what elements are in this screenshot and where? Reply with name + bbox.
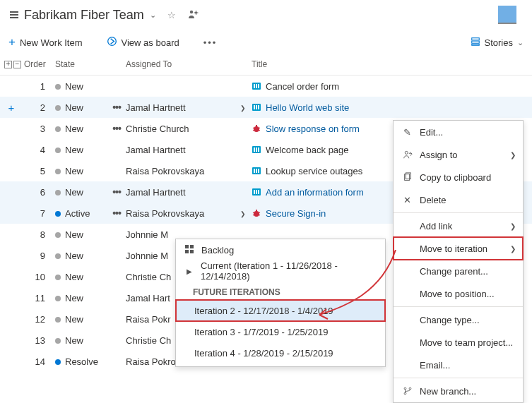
svg-rect-26 [254,148,255,152]
cell-order: 8 [24,229,52,240]
svg-rect-8 [471,37,479,40]
backlog-icon [8,9,20,20]
state-dot-icon [55,296,61,301]
arrow-right-icon: ▶ [184,267,194,275]
state-dot-icon [55,359,61,365]
plus-icon: + [8,35,16,49]
ctx-change-type[interactable]: Change type... [394,308,523,331]
cell-state: New [52,145,107,155]
ctx-add-link[interactable]: Add link ❯ [394,215,523,237]
bug-icon [252,208,261,218]
row-actions-button[interactable]: ••• [112,186,121,198]
col-assigned[interactable]: Assigned To [126,59,237,69]
cell-assigned: Jamal Hartnett [126,102,237,113]
state-dot-icon [55,169,61,174]
cell-order: 1 [24,81,52,92]
team-selector[interactable]: Fabrikam Fiber Team [24,8,144,23]
view-selector[interactable]: Stories ⌄ [471,37,524,49]
state-dot-icon [55,275,61,280]
ctx-move-position[interactable]: Move to position... [394,282,523,305]
avatar[interactable] [498,6,516,24]
submenu-backlog[interactable]: Backlog [176,239,385,260]
table-row[interactable]: +2New•••Jamal Hartnett❯Hello World web s… [0,97,532,118]
svg-rect-47 [185,245,189,248]
cell-state: New [52,229,107,240]
cell-assigned: Christie Church [126,124,237,134]
new-work-item-button[interactable]: + New Work Item [8,35,83,49]
pencil-icon: ✎ [402,127,413,138]
ctx-move-team[interactable]: Move to team project... [394,331,523,354]
chevron-right-icon: ❯ [510,151,516,159]
more-actions-button[interactable]: ••• [203,37,218,48]
state-dot-icon [55,253,61,259]
svg-rect-35 [256,190,257,194]
row-actions-button[interactable]: ••• [112,123,121,134]
cell-state: New [52,272,107,282]
svg-rect-18 [258,105,259,109]
cell-title[interactable]: Cancel order form [249,81,532,92]
col-state[interactable]: State [52,59,107,69]
submenu-iteration-3[interactable]: Iteration 3 - 1/7/2019 - 1/25/2019 [176,321,385,342]
cell-state: New [52,335,107,346]
ctx-email[interactable]: Email... [394,354,523,376]
svg-rect-0 [10,11,18,13]
collapse-all-button[interactable]: − [13,61,21,68]
favorite-star-icon[interactable]: ☆ [167,10,176,20]
cell-state: New [52,124,107,134]
state-dot-icon [55,84,61,90]
pbi-icon [252,145,261,155]
toolbar: + New Work Item View as board ••• Storie… [0,31,532,56]
ctx-assign[interactable]: Assign to ❯ [394,143,523,166]
cell-title[interactable]: Hello World web site [249,102,532,113]
svg-point-19 [254,126,259,132]
submenu-current[interactable]: ▶ Current (Iteration 1 - 11/26/2018 - 12… [176,260,385,282]
chevron-right-icon[interactable]: ❯ [240,210,246,217]
submenu-iteration-4[interactable]: Iteration 4 - 1/28/2019 - 2/15/2019 [176,342,385,363]
pbi-icon [252,166,261,176]
state-dot-icon [55,211,61,217]
add-child-button[interactable]: + [4,102,18,114]
svg-rect-30 [254,169,255,173]
table-row[interactable]: 1NewCancel order form [0,76,532,97]
chevron-down-icon[interactable]: ⌄ [150,11,156,20]
ctx-edit[interactable]: ✎ Edit... [394,121,523,143]
state-dot-icon [55,105,61,111]
move-to-iteration-submenu: Backlog ▶ Current (Iteration 1 - 11/26/2… [175,239,386,367]
cell-order: 4 [24,145,52,155]
cell-state: Active [52,208,107,219]
ctx-change-parent[interactable]: Change parent... [394,260,523,282]
cell-assigned: Jamal Hartnett [126,145,237,155]
cell-order: 9 [24,251,52,261]
cell-order: 5 [24,166,52,176]
cell-state: New [52,166,107,176]
team-members-icon[interactable] [187,8,199,22]
svg-rect-38 [256,210,257,212]
ctx-move-iteration[interactable]: Move to iteration ❯ [394,237,523,260]
context-menu: ✎ Edit... Assign to ❯ Copy to clipboard … [393,120,524,403]
expand-all-button[interactable]: + [4,61,12,68]
col-order[interactable]: Order [24,59,52,69]
view-selector-label: Stories [485,37,513,48]
cell-assigned: Jamal Hartnett [126,187,237,198]
chevron-right-icon[interactable]: ❯ [240,104,246,112]
svg-point-56 [409,387,411,390]
ctx-new-branch[interactable]: New branch... [394,380,523,402]
cell-state: New [52,293,107,303]
ctx-delete[interactable]: ✕ Delete [394,188,523,211]
view-as-board-button[interactable]: View as board [107,36,179,49]
chevron-down-icon: ⌄ [517,38,524,47]
row-actions-button[interactable]: ••• [112,102,121,113]
cell-state: New [52,187,107,198]
svg-rect-32 [258,169,259,173]
svg-rect-36 [258,190,259,194]
svg-rect-9 [471,41,479,43]
cell-state: New [52,102,107,113]
ctx-copy[interactable]: Copy to clipboard [394,166,523,188]
state-dot-icon [55,232,61,238]
state-dot-icon [55,317,61,323]
svg-rect-27 [256,148,257,152]
col-title[interactable]: Title [249,59,532,69]
submenu-iteration-2[interactable]: Iteration 2 - 12/17/2018 - 1/4/2019 [176,300,385,321]
row-actions-button[interactable]: ••• [112,207,121,219]
state-dot-icon [55,126,61,132]
